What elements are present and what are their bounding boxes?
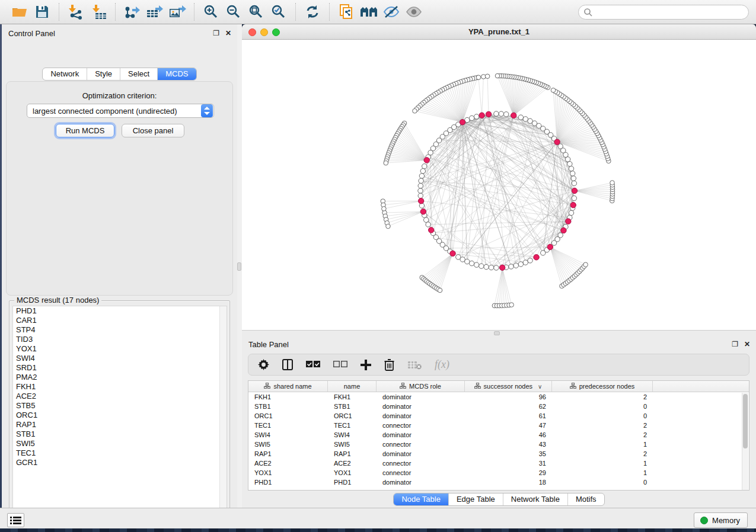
mcds-result-item[interactable]: YOX1 <box>13 344 227 354</box>
mcds-node[interactable] <box>554 139 560 145</box>
float-panel-icon[interactable]: ❐ <box>732 341 738 348</box>
network-node[interactable] <box>572 196 576 200</box>
network-node[interactable] <box>422 164 427 168</box>
mcds-node[interactable] <box>561 227 566 233</box>
network-node[interactable] <box>474 114 479 119</box>
network-node[interactable] <box>465 259 470 264</box>
show-columns-icon[interactable] <box>282 359 293 370</box>
network-node[interactable] <box>499 111 503 116</box>
tab-node-table[interactable]: Node Table <box>394 493 448 505</box>
network-node[interactable] <box>418 188 423 193</box>
mcds-result-item[interactable]: PMA2 <box>13 373 227 382</box>
network-node[interactable] <box>484 264 489 269</box>
zoom-selected-icon[interactable] <box>267 2 290 22</box>
show-all-icon[interactable] <box>403 2 425 22</box>
column-header-name[interactable]: name <box>328 381 377 392</box>
first-neighbors-icon[interactable] <box>358 2 380 22</box>
delete-row-icon[interactable] <box>384 359 394 371</box>
network-canvas[interactable] <box>242 40 756 330</box>
import-table-icon[interactable] <box>87 2 110 22</box>
network-node[interactable] <box>438 288 442 293</box>
network-node[interactable] <box>518 115 523 120</box>
tab-select[interactable]: Select <box>120 68 157 80</box>
network-node[interactable] <box>523 117 528 121</box>
mcds-result-item[interactable]: TID3 <box>13 335 227 344</box>
tab-style[interactable]: Style <box>87 68 120 80</box>
mcds-result-item[interactable]: ORC1 <box>13 411 227 420</box>
table-row[interactable]: YOX1YOX1connector291 <box>248 468 749 477</box>
duplicate-network-icon[interactable] <box>335 2 358 22</box>
network-node[interactable] <box>518 262 523 267</box>
network-node[interactable] <box>494 111 499 116</box>
mcds-result-item[interactable]: STB5 <box>13 401 227 411</box>
network-node[interactable] <box>426 222 430 227</box>
network-node[interactable] <box>469 261 474 265</box>
mcds-node[interactable] <box>450 251 455 256</box>
network-node[interactable] <box>558 233 563 238</box>
mcds-result-item[interactable]: PHD1 <box>13 306 227 316</box>
network-node[interactable] <box>476 75 481 80</box>
network-node[interactable] <box>382 207 387 211</box>
network-node[interactable] <box>386 224 391 229</box>
table-row[interactable]: ORC1ORC1dominator610 <box>248 411 749 421</box>
splitter-grip[interactable] <box>237 262 241 271</box>
close-panel-icon[interactable]: ✕ <box>225 30 231 37</box>
float-panel-icon[interactable]: ❐ <box>213 30 219 37</box>
network-node[interactable] <box>570 171 575 176</box>
network-node[interactable] <box>504 112 509 117</box>
mcds-result-item[interactable]: STB1 <box>13 430 227 439</box>
table-row[interactable]: STB1STB1dominator620 <box>248 402 749 411</box>
mcds-result-item[interactable]: STP4 <box>13 325 227 335</box>
mcds-node[interactable] <box>570 202 576 207</box>
mcds-node[interactable] <box>424 158 429 163</box>
vertical-splitter[interactable] <box>237 24 242 508</box>
mcds-result-item[interactable]: SRD1 <box>13 363 227 373</box>
network-node[interactable] <box>420 168 425 173</box>
network-node[interactable] <box>569 210 573 215</box>
hide-selected-icon[interactable] <box>380 2 403 22</box>
table-row[interactable]: RAP1RAP1dominator352 <box>248 449 749 459</box>
mcds-node[interactable] <box>534 255 539 260</box>
mcds-node[interactable] <box>429 227 434 233</box>
network-node[interactable] <box>551 88 556 93</box>
network-window-titlebar[interactable]: YPA_prune.txt_1 <box>242 24 756 40</box>
network-node[interactable] <box>571 176 576 181</box>
network-node[interactable] <box>509 264 513 269</box>
network-node[interactable] <box>418 183 423 188</box>
mcds-list-scrollbar[interactable] <box>219 306 227 517</box>
zoom-fit-icon[interactable] <box>245 2 267 22</box>
column-header-shared-name[interactable]: shared name <box>248 381 328 392</box>
export-image-icon[interactable] <box>166 2 189 22</box>
refresh-view-icon[interactable] <box>301 2 324 22</box>
mcds-node[interactable] <box>420 209 426 214</box>
mcds-result-item[interactable]: SWI5 <box>13 439 227 448</box>
column-header-MCDS-role[interactable]: MCDS role <box>377 381 465 392</box>
export-network-icon[interactable] <box>121 2 143 22</box>
table-row[interactable]: TEC1TEC1connector472 <box>248 421 749 430</box>
network-node[interactable] <box>569 166 573 171</box>
network-node[interactable] <box>523 260 528 265</box>
mcds-node[interactable] <box>486 111 491 117</box>
mcds-result-item[interactable]: RAP1 <box>13 420 227 430</box>
mcds-result-item[interactable]: SWI4 <box>13 354 227 363</box>
mcds-result-item[interactable]: TEC1 <box>13 448 227 458</box>
network-node[interactable] <box>572 181 576 185</box>
mcds-node[interactable] <box>460 119 465 124</box>
add-row-icon[interactable] <box>361 360 371 370</box>
network-node[interactable] <box>485 74 490 79</box>
network-node[interactable] <box>567 161 572 166</box>
table-scrollbar[interactable] <box>742 393 748 490</box>
mcds-result-item[interactable]: CAR1 <box>13 316 227 325</box>
network-node[interactable] <box>509 303 514 307</box>
mcds-node[interactable] <box>511 113 516 118</box>
mcds-node[interactable] <box>499 265 505 270</box>
network-node[interactable] <box>419 174 424 178</box>
mcds-result-item[interactable]: GCR1 <box>13 458 227 467</box>
network-node[interactable] <box>384 161 388 165</box>
network-node[interactable] <box>489 265 493 270</box>
network-node[interactable] <box>513 263 518 268</box>
horizontal-splitter[interactable] <box>242 330 756 335</box>
tab-network[interactable]: Network <box>43 68 87 80</box>
import-network-icon[interactable] <box>65 2 87 22</box>
network-node[interactable] <box>528 258 532 263</box>
